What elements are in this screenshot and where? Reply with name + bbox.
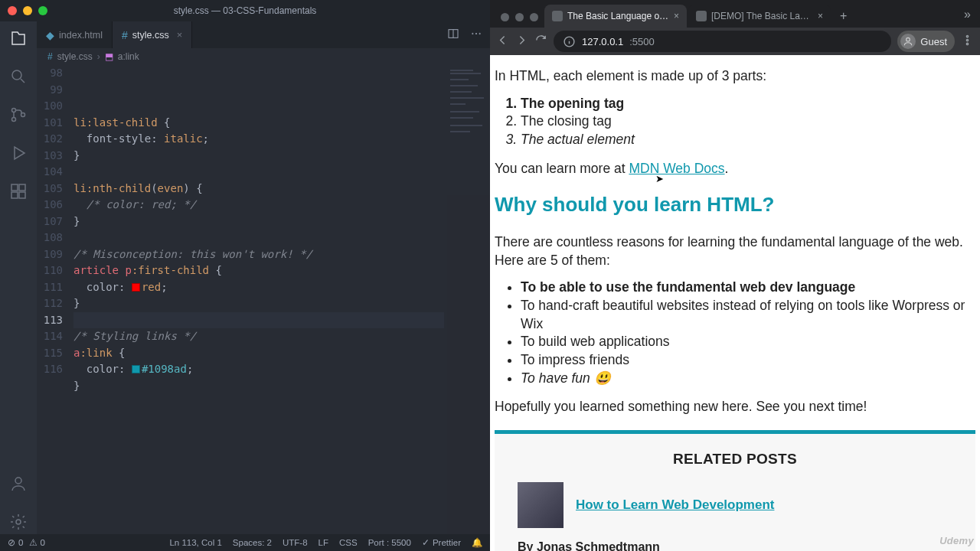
chrome-menu-icon[interactable]: »	[955, 8, 980, 28]
related-link[interactable]: How to Learn Web Development	[576, 497, 774, 514]
list-item: The opening tag	[521, 95, 975, 113]
list-item: To impress friends	[521, 351, 975, 370]
list-item: The closing tag	[521, 112, 975, 131]
svg-rect-5	[19, 184, 25, 191]
status-lang[interactable]: CSS	[339, 538, 358, 547]
reload-button[interactable]	[534, 34, 547, 50]
close-tab-icon[interactable]: ×	[818, 11, 823, 21]
vscode-window: style.css — 03-CSS-Fundamentals ◆ index.…	[0, 0, 490, 551]
chrome-tab-active[interactable]: The Basic Language of the We ×	[544, 5, 687, 28]
debug-icon[interactable]	[9, 144, 28, 165]
list-item: To have fun 😃	[521, 370, 975, 388]
html-file-icon: ◆	[46, 29, 54, 41]
css-file-icon: #	[122, 29, 128, 41]
status-encoding[interactable]: UTF-8	[283, 538, 308, 547]
mouse-cursor-icon: ➤	[655, 172, 664, 186]
svg-point-9	[16, 520, 21, 524]
forward-button[interactable]	[515, 34, 528, 50]
status-errors[interactable]: ⊘ 0 ⚠ 0	[8, 537, 45, 548]
mdn-link[interactable]: MDN Web Docs	[629, 161, 724, 176]
list-item: The actual element	[521, 131, 975, 149]
related-thumbnail	[518, 482, 564, 528]
chrome-kebab-icon[interactable]	[961, 34, 974, 50]
learn-more: You can learn more at MDN Web Docs.	[495, 160, 975, 178]
svg-point-16	[966, 35, 968, 37]
breadcrumb-file: style.css	[57, 51, 93, 62]
list-item: To hand-craft beautiful websites instead…	[521, 297, 975, 333]
breadcrumb[interactable]: # style.css › ⬒ a:link	[37, 48, 490, 65]
reasons-intro: There are countless reasons for learning…	[495, 233, 975, 269]
url-host: 127.0.0.1	[582, 36, 623, 47]
svg-point-2	[12, 118, 16, 122]
favicon-icon	[696, 11, 707, 21]
close-tab-icon[interactable]: ×	[177, 29, 183, 41]
guest-label: Guest	[920, 36, 947, 47]
minimap[interactable]	[447, 65, 490, 534]
favicon-icon	[552, 11, 563, 21]
address-bar[interactable]: 127.0.0.1:5500	[554, 31, 891, 52]
svg-point-3	[21, 113, 25, 117]
svg-point-8	[15, 478, 21, 484]
tab-style-css[interactable]: # style.css ×	[113, 21, 192, 48]
rendered-page[interactable]: In HTML, each element is made up of 3 pa…	[490, 55, 980, 551]
maximize-window-icon[interactable]	[38, 6, 47, 15]
related-byline: By Jonas Schmedtmann	[495, 539, 975, 551]
status-spaces[interactable]: Spaces: 2	[233, 538, 272, 547]
tab-title: The Basic Language of the We	[567, 11, 669, 21]
url-port: :5500	[629, 36, 655, 47]
explorer-icon[interactable]	[9, 29, 28, 51]
parts-list: The opening tagThe closing tagThe actual…	[495, 95, 975, 149]
breadcrumb-symbol: a:link	[118, 51, 139, 62]
list-item: To be able to use the fundamental web de…	[521, 279, 975, 297]
code-editor[interactable]: 9899100101102103104105106107108109110111…	[37, 65, 490, 534]
svg-rect-6	[11, 192, 18, 198]
close-tab-icon[interactable]: ×	[674, 11, 679, 21]
split-editor-icon[interactable]	[447, 28, 459, 43]
search-icon[interactable]	[9, 67, 28, 89]
status-prettier[interactable]: ✓ Prettier	[422, 537, 461, 548]
chrome-window: The Basic Language of the We × [DEMO] Th…	[490, 0, 980, 551]
chrome-tab-inactive[interactable]: [DEMO] The Basic Language o ×	[688, 5, 831, 28]
svg-point-12	[475, 33, 476, 34]
svg-point-17	[966, 39, 968, 41]
window-title: style.css — 03-CSS-Fundamentals	[174, 5, 317, 16]
section-heading: Why should you learn HTML?	[495, 191, 975, 218]
guest-avatar-icon	[900, 34, 916, 49]
close-window-icon[interactable]	[8, 6, 17, 15]
extensions-icon[interactable]	[9, 182, 28, 204]
window-controls	[8, 6, 47, 15]
chrome-tabstrip: The Basic Language of the We × [DEMO] Th…	[490, 0, 980, 28]
maximize-window-icon[interactable]	[530, 13, 538, 21]
tab-index-html[interactable]: ◆ index.html	[37, 21, 113, 48]
settings-icon[interactable]	[9, 513, 28, 534]
minimize-window-icon[interactable]	[515, 13, 524, 21]
more-actions-icon[interactable]	[470, 28, 482, 43]
intro-text: In HTML, each element is made up of 3 pa…	[495, 67, 975, 86]
svg-rect-7	[19, 192, 25, 198]
minimize-window-icon[interactable]	[23, 6, 32, 15]
back-button[interactable]	[496, 34, 509, 50]
status-port[interactable]: Port : 5500	[368, 538, 411, 547]
reasons-list: To be able to use the fundamental web de…	[495, 279, 975, 387]
new-tab-button[interactable]: +	[832, 9, 854, 28]
source-control-icon[interactable]	[9, 106, 28, 127]
activity-bar	[0, 21, 37, 534]
list-item: To build web applications	[521, 333, 975, 351]
svg-point-1	[12, 109, 16, 112]
chrome-toolbar: 127.0.0.1:5500 Guest	[490, 28, 980, 55]
svg-point-18	[966, 43, 968, 44]
status-bell-icon[interactable]: 🔔	[472, 537, 482, 548]
related-posts-aside: RELATED POSTS How to Learn Web Developme…	[495, 430, 975, 551]
outro-text: Hopefully you learned something new here…	[495, 398, 975, 416]
svg-rect-4	[11, 184, 18, 191]
related-title: RELATED POSTS	[495, 449, 975, 469]
account-icon[interactable]	[9, 474, 28, 496]
status-cursor[interactable]: Ln 113, Col 1	[169, 538, 221, 547]
vscode-titlebar: style.css — 03-CSS-Fundamentals	[0, 0, 490, 21]
watermark: Udemy	[939, 534, 974, 548]
svg-point-0	[12, 70, 21, 80]
svg-point-15	[906, 37, 910, 41]
profile-button[interactable]: Guest	[897, 31, 955, 52]
close-window-icon[interactable]	[501, 13, 509, 21]
status-eol[interactable]: LF	[318, 538, 328, 547]
